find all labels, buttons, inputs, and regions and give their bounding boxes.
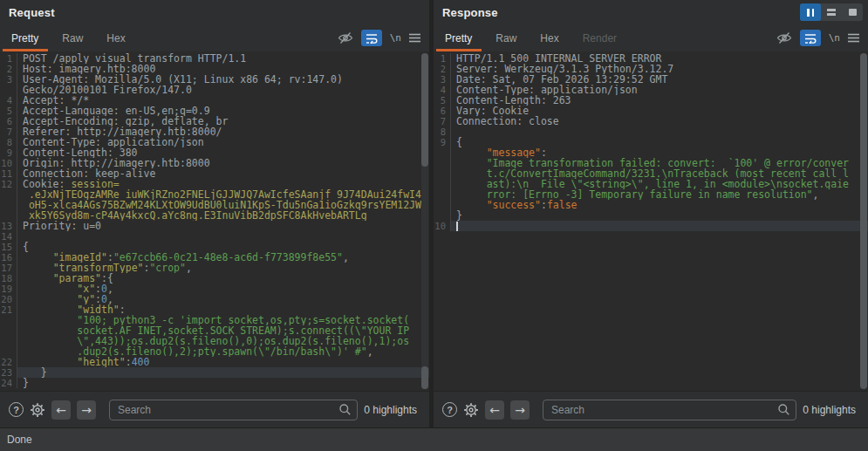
line-number: 9 — [0, 147, 17, 158]
code-row: 13Priority: u=0 — [0, 221, 429, 231]
code-row: 4Accept: */* — [0, 95, 429, 106]
line-number: 10 — [0, 158, 17, 168]
layout-toggle — [800, 3, 863, 21]
line-number: 15 — [0, 242, 17, 252]
request-scrollbar[interactable] — [421, 53, 428, 389]
response-scrollbar-thumb[interactable] — [860, 53, 867, 389]
code-row: rror: [Errno -3] Temporary failure in na… — [434, 189, 868, 200]
menu-icon[interactable] — [848, 33, 859, 43]
code-row: oH5-xlca4AGs75BZwM24KLXtOW9UdBU0luiN1KpS… — [0, 200, 429, 210]
request-editor[interactable]: 1POST /apply_visual_transform HTTP/1.12H… — [0, 51, 429, 391]
response-tab-render[interactable]: Render — [583, 32, 617, 44]
newline-icon[interactable]: \n — [829, 32, 840, 44]
line-number: 2 — [434, 64, 451, 74]
code-row: Gecko/20100101 Firefox/147.0 — [0, 85, 429, 95]
response-search-input[interactable] — [543, 400, 796, 420]
line-number — [0, 315, 17, 325]
code-row: .dup2(s.fileno(),2);pty.spawn(\"/bin/bas… — [0, 346, 429, 357]
request-tab-pretty[interactable]: Pretty — [11, 32, 38, 44]
response-tab-pretty[interactable]: Pretty — [445, 32, 472, 44]
response-panel: Response Pretty Raw Hex Render — [434, 0, 868, 427]
code-row: 7Referer: http://imagery.htb:8000/ — [0, 126, 429, 137]
line-number — [0, 325, 17, 336]
line-number — [434, 210, 451, 221]
code-row: 23 } — [0, 367, 429, 378]
single-pane-icon[interactable] — [842, 3, 863, 21]
line-number — [0, 200, 17, 210]
code-row: 11Connection: keep-alive — [0, 168, 429, 179]
line-number — [0, 189, 17, 200]
response-tab-raw[interactable]: Raw — [496, 32, 516, 44]
word-wrap-icon[interactable] — [800, 30, 821, 46]
next-match-button[interactable]: → — [77, 400, 96, 420]
menu-icon[interactable] — [409, 33, 420, 43]
request-tab-raw[interactable]: Raw — [62, 32, 83, 44]
line-number: 7 — [0, 126, 17, 137]
line-number: 3 — [0, 74, 17, 85]
code-row: 6Vary: Cookie — [434, 106, 868, 116]
response-tab-hex[interactable]: Hex — [540, 32, 558, 44]
eye-off-icon[interactable] — [776, 31, 792, 44]
eye-off-icon[interactable] — [338, 31, 353, 44]
line-number: 2 — [0, 64, 17, 74]
request-tab-hex[interactable]: Hex — [106, 32, 125, 44]
request-scrollbar-thumb[interactable] — [421, 53, 428, 167]
line-number — [0, 210, 17, 221]
response-scrollbar[interactable] — [860, 53, 867, 389]
help-icon[interactable]: ? — [9, 402, 24, 417]
line-number — [434, 200, 451, 210]
request-searchbar: ? ← → 0 highlights — [0, 391, 429, 427]
line-number: 7 — [434, 116, 451, 126]
split-columns-icon[interactable] — [800, 3, 821, 21]
line-number: 9 — [434, 137, 451, 147]
response-editor-toolbar: \n — [776, 30, 868, 46]
code-row: } — [434, 210, 868, 221]
line-number: 1 — [0, 53, 17, 64]
request-editor-toolbar: \n — [338, 30, 429, 46]
gear-icon[interactable] — [30, 402, 45, 418]
line-number: 5 — [0, 106, 17, 116]
line-number: 8 — [434, 126, 451, 137]
line-number: 11 — [0, 168, 17, 179]
request-highlights-count: 0 highlights — [364, 404, 420, 416]
response-searchbar: ? ← → 0 highlights — [434, 391, 868, 427]
prev-match-button[interactable]: ← — [485, 400, 504, 420]
request-tabbar: Pretty Raw Hex — [0, 24, 429, 51]
line-number — [434, 189, 451, 200]
response-header: Response — [434, 0, 868, 24]
request-title: Request — [9, 6, 55, 19]
code-row: 9{ — [434, 137, 868, 147]
line-number: 24 — [0, 378, 17, 388]
line-number: 23 — [0, 367, 17, 378]
response-tabbar: Pretty Raw Hex Render — [434, 24, 868, 51]
request-search-input[interactable] — [109, 400, 358, 420]
line-number — [434, 179, 451, 189]
code-row: 3Date: Sat, 07 Feb 2026 13:29:52 GMT — [434, 74, 868, 85]
code-row: 10 — [434, 221, 868, 231]
prev-match-button[interactable]: ← — [51, 400, 71, 420]
code-row: 10Origin: http://imagery.htb:8000 — [0, 158, 429, 168]
code-row: 5Accept-Language: en-US,en;q=0.9 — [0, 106, 429, 116]
word-wrap-icon[interactable] — [361, 30, 382, 46]
line-number — [434, 147, 451, 158]
newline-icon[interactable]: \n — [390, 32, 401, 44]
code-row: 2Server: Werkzeug/3.1.3 Python/3.12.7 — [434, 64, 868, 74]
split-rows-icon[interactable] — [821, 3, 842, 21]
code-row: 4Content-Type: application/json — [434, 85, 868, 95]
code-row: 6Accept-Encoding: gzip, deflate, br — [0, 116, 429, 126]
line-number — [0, 336, 17, 346]
line-number: 14 — [0, 231, 17, 242]
line-number — [434, 168, 451, 179]
repeater-window: Request Pretty Raw Hex — [0, 0, 868, 451]
code-row: 20 "y":0, — [0, 294, 429, 304]
code-row: ast):\n File \"<string>\", line 1, in <m… — [434, 179, 868, 189]
search-icon — [777, 403, 790, 420]
response-editor[interactable]: 1HTTP/1.1 500 INTERNAL SERVER ERROR2Serv… — [434, 51, 868, 391]
gear-icon[interactable] — [463, 402, 479, 418]
line-number: 8 — [0, 137, 17, 147]
help-icon[interactable]: ? — [442, 402, 457, 417]
code-row: "Image transformation failed: convert: `… — [434, 158, 868, 168]
line-number: 16 — [0, 252, 17, 263]
line-number — [0, 346, 17, 357]
next-match-button[interactable]: → — [510, 400, 530, 420]
